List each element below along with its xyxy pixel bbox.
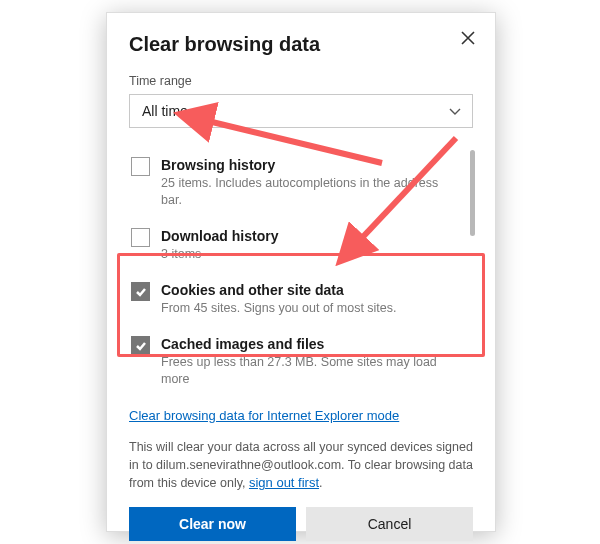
- option-title: Browsing history: [161, 156, 457, 174]
- option-subtext: 3 items: [161, 246, 457, 263]
- option-subtext: Frees up less than 27.3 MB. Some sites m…: [161, 354, 457, 388]
- note-suffix: .: [319, 476, 322, 490]
- clear-browsing-data-dialog: Clear browsing data Time range All time …: [106, 12, 496, 532]
- check-icon: [135, 286, 147, 298]
- option-cookies[interactable]: Cookies and other site data From 45 site…: [129, 273, 459, 327]
- checkbox-download-history[interactable]: [131, 228, 150, 247]
- cancel-button[interactable]: Cancel: [306, 507, 473, 541]
- time-range-label: Time range: [129, 74, 473, 88]
- checkbox-browsing-history[interactable]: [131, 157, 150, 176]
- sign-out-link[interactable]: sign out first: [249, 475, 319, 490]
- checkbox-cookies[interactable]: [131, 282, 150, 301]
- chevron-down-icon: [448, 104, 462, 118]
- checkbox-cached[interactable]: [131, 336, 150, 355]
- dialog-buttons: Clear now Cancel: [129, 507, 473, 541]
- option-subtext: 25 items. Includes autocompletions in th…: [161, 175, 457, 209]
- dialog-title: Clear browsing data: [129, 33, 473, 56]
- clear-now-button[interactable]: Clear now: [129, 507, 296, 541]
- option-cached[interactable]: Cached images and files Frees up less th…: [129, 327, 459, 398]
- close-icon: [461, 31, 475, 45]
- sync-note: This will clear your data across all you…: [129, 438, 473, 493]
- check-icon: [135, 340, 147, 352]
- time-range-select[interactable]: All time: [129, 94, 473, 128]
- option-title: Cookies and other site data: [161, 281, 457, 299]
- time-range-value: All time: [142, 103, 188, 119]
- close-button[interactable]: [455, 25, 481, 51]
- option-browsing-history[interactable]: Browsing history 25 items. Includes auto…: [129, 148, 459, 219]
- options-list: Browsing history 25 items. Includes auto…: [129, 148, 473, 398]
- scrollbar-thumb[interactable]: [470, 150, 475, 236]
- option-title: Cached images and files: [161, 335, 457, 353]
- ie-mode-link[interactable]: Clear browsing data for Internet Explore…: [129, 408, 399, 423]
- option-title: Download history: [161, 227, 457, 245]
- option-subtext: From 45 sites. Signs you out of most sit…: [161, 300, 457, 317]
- option-download-history[interactable]: Download history 3 items: [129, 219, 459, 273]
